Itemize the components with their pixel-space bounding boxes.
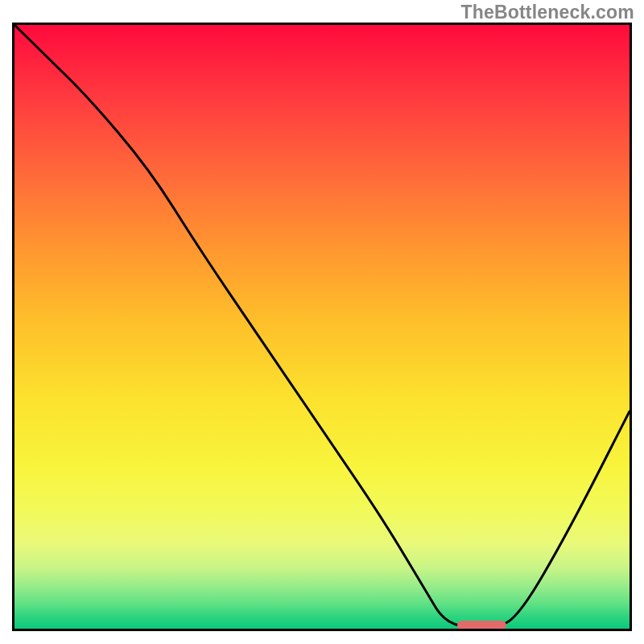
bottleneck-curve [14,25,630,629]
watermark-text: TheBottleneck.com [460,2,634,23]
curve-svg [14,25,630,629]
optimal-range-marker [457,621,506,629]
plot-area [14,25,630,629]
chart-frame: TheBottleneck.com [0,0,644,644]
